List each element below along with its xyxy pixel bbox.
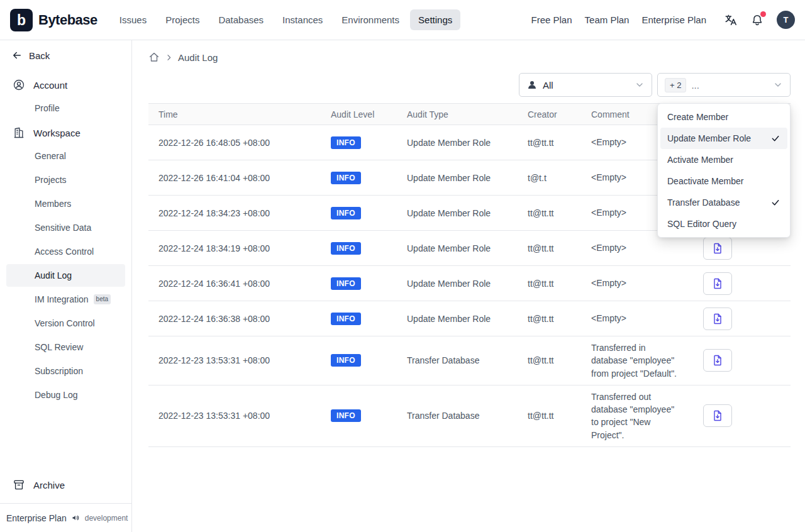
menu-item-transfer-database[interactable]: Transfer Database	[660, 192, 787, 213]
back-button[interactable]: Back	[0, 45, 131, 65]
main-nav: IssuesProjectsDatabasesInstancesEnvironm…	[111, 9, 460, 30]
back-label: Back	[29, 50, 50, 61]
menu-item-sql-editor-query[interactable]: SQL Editor Query	[660, 213, 787, 235]
sidebar-item-label: Projects	[35, 175, 67, 185]
sidebar-item-label: Version Control	[35, 318, 95, 328]
cell-time: 2022-12-23 13:53:31 +08:00	[148, 385, 321, 446]
plan-link-free-plan[interactable]: Free Plan	[526, 11, 577, 29]
notification-bell-icon[interactable]	[750, 13, 764, 27]
translate-icon[interactable]	[724, 13, 738, 27]
user-circle-icon	[13, 79, 25, 91]
sidebar-item-im-integration[interactable]: IM Integrationbeta	[6, 288, 125, 311]
view-log-detail-button[interactable]	[703, 272, 732, 295]
chevron-down-icon	[773, 80, 783, 90]
cell-audit-level: INFO	[321, 336, 397, 385]
sidebar-item-sensitive-data[interactable]: Sensitive Data	[6, 216, 125, 239]
brand-logo[interactable]: b Bytebase	[10, 9, 97, 31]
sidebar-section-label: Account	[33, 80, 67, 91]
cell-time: 2022-12-24 16:36:41 +08:00	[148, 266, 321, 301]
sidebar-item-label: Subscription	[35, 366, 83, 376]
sidebar-footer: Enterprise Plan development	[0, 503, 131, 532]
level-badge: INFO	[331, 207, 361, 219]
table-row: 2022-12-23 13:53:31 +08:00INFOTransfer D…	[148, 385, 791, 446]
sidebar-item-sql-review[interactable]: SQL Review	[6, 336, 125, 358]
view-log-detail-button[interactable]	[703, 237, 732, 260]
cell-audit-type: Update Member Role	[397, 231, 518, 266]
chevron-right-icon	[165, 53, 173, 62]
document-download-icon	[711, 354, 724, 367]
view-log-detail-button[interactable]	[703, 308, 732, 330]
avatar[interactable]: T	[777, 11, 795, 29]
cell-audit-level: INFO	[321, 196, 397, 231]
cell-audit-type: Transfer Database	[397, 385, 518, 446]
sidebar-section-workspace: Workspace	[0, 121, 131, 145]
sidebar-item-profile[interactable]: Profile	[6, 97, 125, 119]
menu-item-label: Deactivate Member	[667, 176, 743, 186]
view-log-detail-button[interactable]	[703, 404, 732, 427]
sidebar-item-label: Profile	[35, 103, 60, 113]
sidebar-item-label: General	[35, 151, 66, 161]
menu-item-update-member-role[interactable]: Update Member Role	[660, 128, 787, 149]
menu-item-activate-member[interactable]: Activate Member	[660, 149, 787, 170]
check-icon	[770, 133, 780, 143]
nav-item-projects[interactable]: Projects	[157, 9, 208, 30]
menu-item-label: Create Member	[667, 112, 728, 122]
cell-audit-level: INFO	[321, 385, 397, 446]
nav-item-databases[interactable]: Databases	[210, 9, 272, 30]
cell-comment: Transferred in database "employee" from …	[581, 336, 693, 385]
document-download-icon	[711, 313, 724, 325]
cell-time: 2022-12-24 18:34:19 +08:00	[148, 231, 321, 266]
environment-mode-label: development	[85, 514, 128, 523]
audit-type-filter-select[interactable]: + 2 ...	[657, 73, 791, 97]
cell-creator: tt@tt.tt	[518, 385, 581, 446]
sidebar-item-subscription[interactable]: Subscription	[6, 360, 125, 382]
level-badge: INFO	[331, 409, 361, 422]
sidebar-nav: AccountProfileWorkspaceGeneralProjectsMe…	[0, 73, 131, 407]
menu-item-label: Activate Member	[667, 155, 733, 165]
sidebar-item-debug-log[interactable]: Debug Log	[6, 384, 125, 406]
nav-item-issues[interactable]: Issues	[111, 9, 155, 30]
menu-item-deactivate-member[interactable]: Deactivate Member	[660, 170, 787, 192]
archive-box-icon	[13, 479, 25, 491]
sidebar-item-audit-log[interactable]: Audit Log	[6, 264, 125, 287]
sidebar-item-version-control[interactable]: Version Control	[6, 312, 125, 335]
sidebar-item-members[interactable]: Members	[6, 192, 125, 215]
building-icon	[13, 126, 25, 139]
sidebar-item-label: Sensitive Data	[35, 223, 91, 233]
sidebar-item-general[interactable]: General	[6, 145, 125, 167]
cell-creator: tt@tt.tt	[518, 125, 581, 160]
sidebar-item-access-control[interactable]: Access Control	[6, 240, 125, 263]
sidebar-section-account: Account	[0, 73, 131, 97]
level-badge: INFO	[331, 277, 361, 290]
menu-item-label: SQL Editor Query	[667, 219, 736, 229]
menu-item-create-member[interactable]: Create Member	[660, 106, 787, 128]
sidebar-item-label: SQL Review	[35, 342, 83, 352]
sidebar-item-archive[interactable]: Archive	[0, 473, 131, 497]
bytebase-logo-icon: b	[10, 9, 33, 31]
settings-sidebar: Back AccountProfileWorkspaceGeneralProje…	[0, 40, 132, 532]
brand-name: Bytebase	[38, 12, 97, 28]
cell-creator: tt@tt.tt	[518, 301, 581, 336]
view-log-detail-button[interactable]	[703, 349, 732, 372]
plan-link-team-plan[interactable]: Team Plan	[580, 11, 635, 29]
table-row: 2022-12-24 16:36:41 +08:00INFOUpdate Mem…	[148, 266, 791, 301]
nav-item-instances[interactable]: Instances	[274, 9, 331, 30]
plan-link-enterprise-plan[interactable]: Enterprise Plan	[636, 11, 711, 29]
creator-filter-select[interactable]: All	[519, 73, 652, 97]
nav-item-environments[interactable]: Environments	[333, 9, 408, 30]
level-badge: INFO	[331, 354, 361, 367]
current-plan-label: Enterprise Plan	[6, 513, 67, 523]
cell-action	[693, 301, 791, 336]
sidebar-item-label: Debug Log	[35, 390, 78, 400]
cell-time: 2022-12-24 18:34:23 +08:00	[148, 196, 321, 231]
cell-creator: tt@tt.tt	[518, 196, 581, 231]
chevron-down-icon	[635, 80, 645, 90]
nav-item-settings[interactable]: Settings	[410, 9, 460, 30]
beta-badge: beta	[94, 294, 111, 304]
level-badge: INFO	[331, 136, 361, 149]
sidebar-item-label: IM Integration	[35, 294, 89, 304]
cell-audit-level: INFO	[321, 301, 397, 336]
home-icon[interactable]	[148, 52, 160, 63]
sidebar-item-projects[interactable]: Projects	[6, 169, 125, 191]
cell-action	[693, 385, 791, 446]
